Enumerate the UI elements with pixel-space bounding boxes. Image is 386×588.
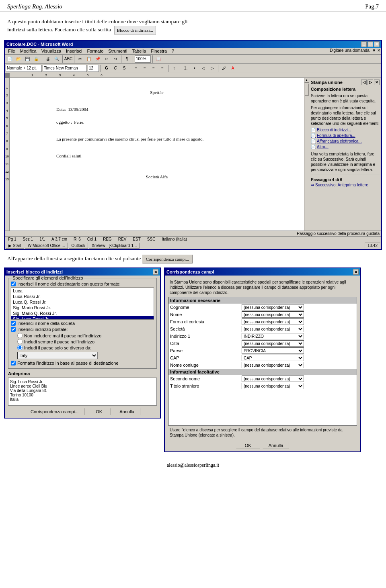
style-input[interactable] [6, 65, 42, 72]
document-area[interactable]: Spett.le Data: 13/09/2004 oggetto : Feri… [10, 78, 304, 231]
successivo-link[interactable]: ➡ Successivo: Anteprima lettere [311, 183, 380, 187]
align-right-button[interactable]: ≡ [150, 64, 158, 72]
checkbox4-input[interactable] [11, 361, 16, 365]
name-list-item-3[interactable]: Luca Q. Rossi Jr. [11, 299, 154, 305]
field-value-nome[interactable]: (nessuna corrispondenza) [240, 311, 357, 318]
name-list-box[interactable]: Luca Luca Rossi Jr. Luca Q. Rossi Jr. Si… [11, 288, 154, 320]
name-list-item-4[interactable]: Sig. Mario Rossi Jr. [11, 305, 154, 310]
align-center-button[interactable]: ≡ [141, 64, 149, 72]
bullets-button[interactable]: • [191, 64, 199, 72]
align-left-button[interactable]: ≡ [132, 64, 140, 72]
linespacing-button[interactable]: ↕ [170, 64, 178, 72]
select-societa[interactable]: (nessuna corrispondenza) [242, 326, 304, 332]
sidebar-link-affrancatura[interactable]: 📄 Affrancatura elettronica... [311, 139, 380, 143]
sidebar-link-blocco[interactable]: 📄 Blocco di indirizzi... [311, 128, 380, 132]
field-value-cognome[interactable]: (nessuna corrispondenza) [240, 304, 357, 311]
checkbox1-input[interactable] [11, 282, 16, 286]
minimize-button[interactable]: _ [361, 41, 367, 47]
dialog1-annulla-button[interactable]: Annulla [113, 408, 140, 415]
printpreview-button[interactable]: 🔍 [53, 55, 61, 63]
start-button[interactable]: ▶ Start [6, 243, 24, 249]
menu-modifica[interactable]: Modifica [18, 48, 39, 54]
select-cap[interactable]: CAP [242, 355, 304, 361]
new-button[interactable]: 📄 [6, 55, 14, 63]
menu-finestra[interactable]: Finestra [148, 48, 169, 54]
permission-button[interactable]: 🔒 [32, 55, 40, 63]
dialog1-ok-button[interactable]: OK [87, 408, 111, 415]
select-coniuge[interactable]: (nessuna corrispondenza) [242, 362, 304, 368]
radio2-input[interactable] [17, 339, 23, 344]
menu-visualizza[interactable]: Visualizza [39, 48, 64, 54]
cut-button[interactable]: ✂ [76, 55, 84, 63]
taskbar-word-button[interactable]: W Microsoft Office ... [25, 243, 68, 249]
radio3-input[interactable] [17, 345, 23, 350]
sidebar-link-formula[interactable]: 📄 Formula di apertura... [311, 133, 380, 138]
save-button[interactable]: 💾 [23, 55, 31, 63]
menu-file[interactable]: File [6, 48, 18, 54]
dialog1-close-button[interactable]: ✕ [153, 269, 158, 275]
name-list-item-2[interactable]: Luca Rossi Jr. [11, 294, 154, 299]
copy-button[interactable]: 📋 [85, 55, 93, 63]
print-button[interactable]: 🖨 [44, 55, 52, 63]
select-indirizzo[interactable]: INDIRIZZO [242, 333, 304, 339]
field-value-titolo[interactable]: (nessuna corrispondenza) [240, 382, 357, 390]
field-value-societa[interactable]: (nessuna corrispondenza) [240, 325, 357, 333]
taskbar-xnview-button[interactable]: XnView - [<ClipBoard-1... [89, 243, 140, 249]
field-value-cap[interactable]: CAP [240, 354, 357, 361]
select-citta[interactable]: (nessuna corrispondenza) [242, 340, 304, 347]
open-button[interactable]: 📂 [14, 55, 23, 63]
select-titolo[interactable]: (nessuna corrispondenza) [242, 383, 304, 389]
size-input[interactable] [88, 65, 99, 72]
document-scrollbar[interactable]: ▲ [304, 78, 309, 231]
field-value-coniuge[interactable]: (nessuna corrispondenza) [240, 361, 357, 369]
select-paese[interactable]: PROVINCIA [242, 347, 304, 354]
corrispondenza-campi-button[interactable]: Corrispondenza campi... [142, 255, 193, 264]
name-list-item-5[interactable]: Sig. Mario Q. Rossi Jr. [11, 310, 154, 316]
country-select[interactable]: Italy [17, 352, 98, 359]
para-button[interactable]: ¶ [123, 55, 131, 63]
blocco-indirizzi-inline-button[interactable]: Blocco di indirizzi... [114, 26, 156, 35]
field-value-secondo[interactable]: (nessuna corrispondenza) [240, 375, 357, 382]
font-input[interactable] [43, 65, 87, 72]
dialog2-ok-button[interactable]: OK [236, 442, 260, 449]
font-color-button[interactable]: A [229, 64, 237, 72]
reading-button[interactable]: 📖 [154, 55, 162, 63]
scroll-up-button[interactable]: ▲ [304, 78, 309, 83]
decrease-indent-button[interactable]: ◁ [199, 64, 207, 72]
scroll-thumb[interactable] [305, 84, 309, 96]
select-cognome[interactable]: (nessuna corrispondenza) [242, 304, 304, 310]
select-nome[interactable]: (nessuna corrispondenza) [242, 311, 304, 318]
search-dropdown-icon[interactable]: ▼ ✕ [372, 48, 380, 54]
italic-button[interactable]: C [111, 64, 119, 72]
menu-strumenti[interactable]: Strumenti [106, 48, 129, 54]
radio1-input[interactable] [17, 333, 23, 338]
field-value-forma[interactable]: (nessuna corrispondenza) [240, 318, 357, 325]
spell-button[interactable]: ABC [64, 55, 72, 63]
field-value-citta[interactable]: (nessuna corrispondenza) [240, 340, 357, 347]
checkbox2-input[interactable] [11, 321, 16, 326]
bold-button[interactable]: G [103, 64, 111, 72]
maximize-button[interactable]: □ [368, 41, 373, 47]
select-secondo[interactable]: (nessuna corrispondenza) [242, 376, 304, 382]
close-button[interactable]: ✕ [374, 41, 380, 47]
select-forma[interactable]: (nessuna corrispondenza) [242, 318, 304, 325]
zoom-input[interactable] [135, 55, 151, 63]
numbering-button[interactable]: 1. [182, 64, 190, 72]
sidebar-close-button[interactable]: ✕ [374, 80, 380, 85]
field-value-paese[interactable]: PROVINCIA [240, 347, 357, 354]
justify-button[interactable]: ≡ [158, 64, 166, 72]
dialog1-corr-button[interactable]: Corrispondenza campi... [25, 408, 84, 415]
field-value-indirizzo[interactable]: INDIRIZZO [240, 333, 357, 340]
sidebar-link-altro[interactable]: 📄 Altro... [311, 145, 380, 149]
shading-button[interactable]: 🖊 [220, 64, 228, 72]
increase-indent-button[interactable]: ▷ [208, 64, 216, 72]
menu-help[interactable]: ? [169, 48, 177, 54]
menu-tabella[interactable]: Tabella [129, 48, 148, 54]
underline-button[interactable]: S [120, 64, 128, 72]
sidebar-back-button[interactable]: ◁ [361, 80, 367, 85]
name-list-item-6[interactable]: Sig. Luca Rossi Jr. [11, 316, 154, 320]
name-list-item-1[interactable]: Luca [11, 288, 154, 294]
dialog2-close-button[interactable]: ✕ [353, 269, 359, 275]
menu-inserisci[interactable]: Inserisci [64, 48, 84, 54]
checkbox3-input[interactable] [11, 327, 16, 332]
